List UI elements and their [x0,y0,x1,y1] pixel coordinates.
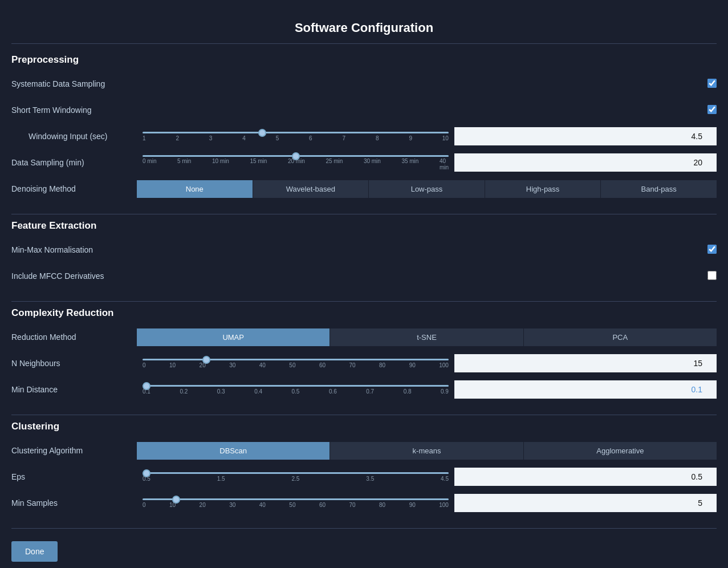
minmax-normalisation-label: Min-Max Normalisation [11,245,137,254]
eps-slider[interactable] [143,472,449,474]
windowing-input-label: Windowing Input (sec) [11,132,137,141]
clustering-algorithm-btn-group: DBScan k-means Agglomerative [137,442,717,460]
done-button[interactable]: Done [11,541,58,562]
reduction-tsne-button[interactable]: t-SNE [330,328,523,346]
preprocessing-section: Preprocessing Systematic Data Sampling S… [11,54,717,214]
clustering-agglomerative-button[interactable]: Agglomerative [524,442,717,460]
denoising-wavelet-button[interactable]: Wavelet-based [253,180,369,198]
denoising-method-row: Denoising Method None Wavelet-based Low-… [11,178,717,199]
clustering-kmeans-button[interactable]: k-means [330,442,523,460]
systematic-data-sampling-row: Systematic Data Sampling [11,74,717,94]
feature-extraction-section: Feature Extraction Min-Max Normalisation… [11,220,717,302]
clustering-title: Clustering [11,421,717,432]
include-mfcc-label: Include MFCC Derivatives [11,271,137,281]
reduction-method-row: Reduction Method UMAP t-SNE PCA [11,327,717,347]
eps-row: Eps 0.51.52.53.54.5 [11,466,717,487]
windowing-input-tick-labels: 12345678910 [143,135,449,141]
min-samples-value[interactable] [454,494,717,512]
systematic-data-sampling-checkbox[interactable] [707,79,717,88]
windowing-input-slider[interactable] [143,132,449,134]
data-sampling-value[interactable] [454,153,717,172]
minmax-normalisation-checkbox[interactable] [707,245,717,254]
clustering-dbscan-button[interactable]: DBScan [137,442,330,460]
reduction-umap-button[interactable]: UMAP [137,328,330,346]
denoising-lowpass-button[interactable]: Low-pass [369,180,485,198]
include-mfcc-row: Include MFCC Derivatives [11,266,717,286]
min-samples-slider[interactable] [143,498,449,501]
eps-value[interactable] [454,468,717,486]
n-neighbours-tick-labels: 0102030405060708090100 [143,362,449,368]
eps-slider-container: 0.51.52.53.54.5 [137,472,454,482]
min-distance-slider[interactable] [143,385,449,387]
n-neighbours-label: N Neighbours [11,359,137,368]
reduction-method-label: Reduction Method [11,332,137,342]
denoising-highpass-button[interactable]: High-pass [485,180,601,198]
denoising-method-btn-group: None Wavelet-based Low-pass High-pass Ba… [137,180,717,198]
reduction-pca-button[interactable]: PCA [524,328,717,346]
feature-extraction-title: Feature Extraction [11,220,717,232]
n-neighbours-slider-container: 0102030405060708090100 [137,359,454,368]
clustering-algorithm-row: Clustering Algorithm DBScan k-means Aggl… [11,440,717,461]
min-distance-row: Min Distance 0.10.20.30.40.50.60.70.80.9 [11,379,717,400]
minmax-normalisation-row: Min-Max Normalisation [11,240,717,260]
systematic-data-sampling-label: Systematic Data Sampling [11,79,137,88]
short-term-windowing-row: Short Term Windowing [11,100,717,120]
complexity-reduction-title: Complexity Reduction [11,307,717,319]
data-sampling-slider[interactable] [143,155,449,157]
data-sampling-slider-container: 0 min5 min10 min15 min20 min25 min30 min… [137,155,454,171]
min-distance-tick-labels: 0.10.20.30.40.50.60.70.80.9 [143,388,449,395]
min-samples-slider-container: 0102030405060708090100 [137,498,454,508]
min-samples-label: Min Samples [11,498,137,508]
denoising-bandpass-button[interactable]: Band-pass [601,180,717,198]
eps-label: Eps [11,472,137,481]
n-neighbours-row: N Neighbours 0102030405060708090100 [11,353,717,374]
denoising-none-button[interactable]: None [137,180,253,198]
windowing-input-value[interactable] [454,127,717,145]
windowing-input-row: Windowing Input (sec) 12345678910 [11,126,717,147]
min-distance-value[interactable] [454,380,717,399]
page-title: Software Configuration [11,11,717,44]
windowing-input-slider-container: 12345678910 [137,132,454,141]
short-term-windowing-label: Short Term Windowing [11,106,137,115]
min-samples-tick-labels: 0102030405060708090100 [143,502,449,508]
preprocessing-title: Preprocessing [11,54,717,66]
clustering-section: Clustering Clustering Algorithm DBScan k… [11,421,717,529]
min-distance-label: Min Distance [11,385,137,394]
data-sampling-tick-labels: 0 min5 min10 min15 min20 min25 min30 min… [143,158,449,171]
clustering-algorithm-label: Clustering Algorithm [11,446,137,455]
data-sampling-row: Data Sampling (min) 0 min5 min10 min15 m… [11,152,717,173]
n-neighbours-value[interactable] [454,354,717,372]
denoising-method-label: Denoising Method [11,184,137,193]
short-term-windowing-checkbox[interactable] [707,105,717,114]
min-samples-row: Min Samples 0102030405060708090100 [11,493,717,513]
min-distance-slider-container: 0.10.20.30.40.50.60.70.80.9 [137,385,454,395]
data-sampling-label: Data Sampling (min) [11,158,137,167]
n-neighbours-slider[interactable] [143,359,449,361]
include-mfcc-checkbox[interactable] [707,271,717,280]
reduction-method-btn-group: UMAP t-SNE PCA [137,328,717,346]
eps-tick-labels: 0.51.52.53.54.5 [143,476,449,482]
complexity-reduction-section: Complexity Reduction Reduction Method UM… [11,307,717,415]
